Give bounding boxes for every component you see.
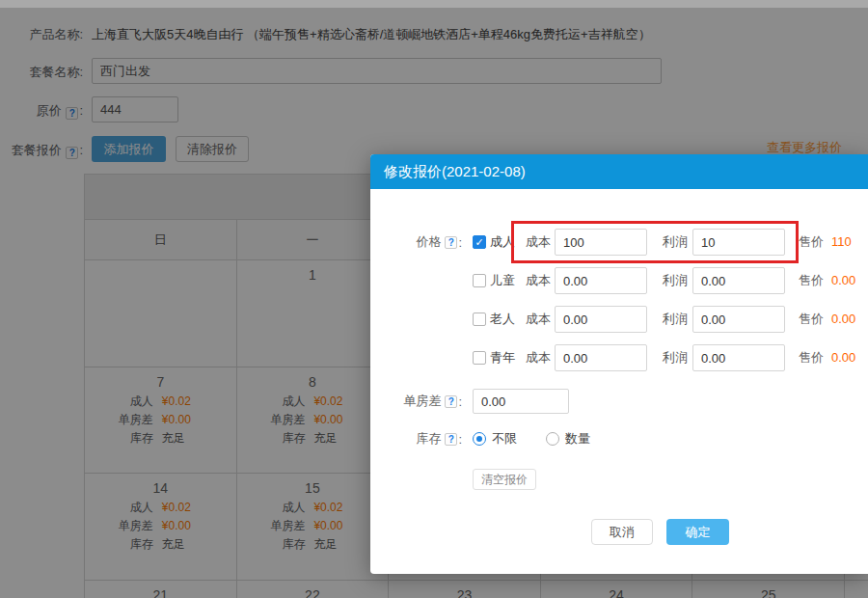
- adult-sale-price: 110: [831, 229, 852, 256]
- pricing-page: 产品名称: 上海直飞大阪5天4晚自由行 （端午预售+精选心斋桥/道顿崛地铁酒店+…: [0, 0, 868, 598]
- single-diff-input[interactable]: [473, 389, 569, 414]
- sale-price-label: 售价: [799, 306, 824, 333]
- price-row-elderly: 老人 成本 利润 售价 0.00: [370, 306, 868, 333]
- child-checkbox[interactable]: [473, 274, 486, 287]
- radio-icon[interactable]: [546, 432, 559, 446]
- profit-label: 利润: [663, 306, 688, 333]
- single-diff-label: 单房差?:: [370, 389, 462, 414]
- child-profit-input[interactable]: [692, 267, 785, 294]
- checkmark-icon: ✓: [475, 236, 483, 248]
- price-row-adult: 价格?: ✓ 成人 成本 利润 售价 110: [370, 229, 868, 256]
- profit-label: 利润: [663, 229, 688, 256]
- cost-label: 成本: [526, 229, 551, 256]
- elderly-sale-price: 0.00: [831, 306, 855, 333]
- price-row-child: 儿童 成本 利润 售价 0.00: [370, 267, 868, 294]
- youth-checkbox[interactable]: [473, 351, 486, 365]
- traveler-type-label: 青年: [490, 344, 515, 371]
- radio-icon[interactable]: [473, 432, 486, 446]
- cost-label: 成本: [526, 344, 551, 371]
- elderly-cost-input[interactable]: [555, 306, 647, 333]
- traveler-type-label: 儿童: [490, 267, 515, 294]
- sale-price-label: 售价: [799, 344, 824, 371]
- confirm-button[interactable]: 确定: [666, 519, 729, 545]
- sale-price-label: 售价: [799, 267, 824, 294]
- child-sale-price: 0.00: [831, 267, 855, 294]
- adult-profit-input[interactable]: [692, 229, 785, 256]
- youth-profit-input[interactable]: [692, 344, 785, 371]
- stock-option-quantity[interactable]: 数量: [546, 426, 590, 451]
- clear-quote-modal-button[interactable]: 清空报价: [473, 469, 536, 490]
- profit-label: 利润: [663, 267, 688, 294]
- help-icon[interactable]: ?: [445, 433, 457, 446]
- traveler-type-label: 老人: [490, 306, 515, 333]
- top-edge-strip: [0, 0, 868, 8]
- sale-price-label: 售价: [799, 229, 824, 256]
- elderly-profit-input[interactable]: [692, 306, 785, 333]
- stock-option-unlimited[interactable]: 不限: [473, 426, 517, 451]
- youth-sale-price: 0.00: [831, 344, 855, 371]
- price-label: 价格: [416, 233, 441, 251]
- cancel-button[interactable]: 取消: [591, 519, 653, 545]
- cost-label: 成本: [526, 306, 551, 333]
- price-row-youth: 青年 成本 利润 售价 0.00: [370, 344, 868, 371]
- stock-label: 库存?:: [370, 426, 462, 451]
- help-icon[interactable]: ?: [445, 395, 457, 408]
- cost-label: 成本: [526, 267, 551, 294]
- profit-label: 利润: [663, 344, 688, 371]
- edit-quote-modal: 修改报价(2021-02-08) 价格?: ✓ 成人 成本 利润 售价 110 …: [370, 154, 868, 574]
- modal-title: 修改报价(2021-02-08): [370, 154, 868, 189]
- adult-cost-input[interactable]: [555, 229, 647, 256]
- help-icon[interactable]: ?: [445, 236, 457, 249]
- adult-checkbox[interactable]: ✓: [473, 235, 486, 249]
- elderly-checkbox[interactable]: [473, 313, 486, 326]
- traveler-type-label: 成人: [490, 229, 515, 256]
- child-cost-input[interactable]: [555, 267, 647, 294]
- youth-cost-input[interactable]: [555, 344, 647, 371]
